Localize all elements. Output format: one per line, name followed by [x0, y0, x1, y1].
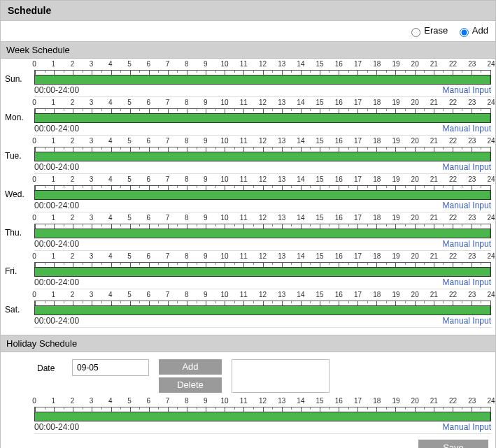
- timeline[interactable]: 0123456789101112131415161718192021222324…: [34, 175, 491, 212]
- active-range[interactable]: [35, 306, 490, 315]
- manual-input-link[interactable]: Manual Input: [443, 85, 491, 95]
- day-label: Tue.: [5, 137, 34, 161]
- day-label: Sun.: [5, 60, 34, 84]
- hour-label: 2: [71, 175, 75, 183]
- mode-selector: Erase Add: [0, 21, 496, 41]
- add-button[interactable]: Add: [159, 359, 222, 375]
- hour-label: 22: [449, 214, 457, 222]
- schedule-track[interactable]: [34, 305, 491, 315]
- hour-label: 20: [411, 99, 419, 106]
- hour-label: 0: [32, 214, 36, 222]
- hour-label: 21: [430, 291, 438, 298]
- hour-label: 24: [487, 99, 495, 106]
- hour-label: 23: [468, 60, 476, 68]
- hour-label: 12: [259, 214, 267, 222]
- hour-label: 16: [335, 252, 343, 260]
- timeline[interactable]: 0123456789101112131415161718192021222324…: [34, 60, 491, 97]
- erase-radio[interactable]: [411, 28, 420, 37]
- hour-label: 18: [373, 252, 381, 260]
- manual-input-link[interactable]: Manual Input: [443, 239, 491, 249]
- hour-label: 22: [449, 175, 457, 183]
- ruler: [34, 224, 491, 229]
- active-range[interactable]: [35, 191, 490, 199]
- hour-label: 11: [240, 252, 248, 260]
- manual-input-link[interactable]: Manual Input: [443, 316, 491, 326]
- timeline[interactable]: 0123456789101112131415161718192021222324…: [34, 137, 491, 174]
- hour-label: 24: [487, 60, 495, 68]
- hour-label: 19: [392, 99, 399, 106]
- hour-label: 20: [411, 175, 419, 183]
- schedule-track[interactable]: [34, 75, 491, 85]
- hour-label: 1: [51, 214, 55, 222]
- ruler: [34, 301, 491, 305]
- timeline[interactable]: 0123456789101112131415161718192021222324…: [34, 252, 491, 289]
- save-button[interactable]: Save: [418, 440, 488, 448]
- add-radio-label[interactable]: Add: [456, 25, 488, 36]
- hour-label: 16: [335, 175, 343, 183]
- hour-label: 1: [51, 137, 55, 145]
- hour-label: 6: [146, 99, 150, 106]
- manual-input-link[interactable]: Manual Input: [443, 162, 491, 172]
- holiday-list[interactable]: [232, 359, 330, 393]
- hour-label: 19: [392, 252, 399, 260]
- hour-label: 14: [297, 60, 304, 68]
- manual-input-link[interactable]: Manual Input: [443, 422, 491, 432]
- timeline[interactable]: 0123456789101112131415161718192021222324…: [34, 99, 491, 136]
- hour-label: 24: [487, 291, 495, 298]
- timeline[interactable]: 0123456789101112131415161718192021222324…: [34, 291, 491, 328]
- active-range[interactable]: [35, 412, 490, 421]
- active-range[interactable]: [35, 75, 490, 84]
- ruler: [34, 185, 491, 190]
- hour-label: 0: [32, 99, 36, 106]
- hour-label: 2: [71, 137, 75, 145]
- schedule-track[interactable]: [34, 229, 491, 238]
- hour-label: 14: [297, 214, 304, 222]
- active-range[interactable]: [35, 229, 490, 238]
- day-label: Mon.: [5, 99, 34, 122]
- active-range[interactable]: [35, 114, 490, 122]
- hour-label: 15: [316, 252, 324, 260]
- erase-radio-label[interactable]: Erase: [408, 25, 451, 36]
- schedule-track[interactable]: [34, 113, 491, 123]
- hour-label: 12: [259, 175, 267, 183]
- hour-label: 23: [468, 291, 476, 298]
- hour-label: 7: [166, 99, 170, 106]
- hour-label: 19: [392, 397, 399, 405]
- delete-button[interactable]: Delete: [159, 377, 222, 393]
- manual-input-link[interactable]: Manual Input: [443, 124, 491, 133]
- active-range[interactable]: [35, 268, 490, 276]
- hour-label: 13: [278, 175, 285, 183]
- timeline[interactable]: 0123456789101112131415161718192021222324…: [34, 397, 491, 434]
- hour-label: 19: [392, 175, 399, 183]
- hour-label: 15: [316, 175, 324, 183]
- hour-label: 7: [166, 291, 170, 298]
- date-input[interactable]: [72, 359, 149, 376]
- hour-labels: 0123456789101112131415161718192021222324: [34, 291, 491, 301]
- hour-label: 18: [373, 99, 381, 106]
- hour-label: 6: [146, 291, 150, 298]
- hour-labels: 0123456789101112131415161718192021222324: [34, 214, 491, 224]
- add-radio[interactable]: [460, 28, 469, 37]
- active-range[interactable]: [35, 152, 490, 161]
- hour-label: 5: [127, 252, 132, 260]
- hour-label: 1: [51, 397, 55, 405]
- hour-label: 9: [204, 99, 208, 106]
- hour-label: 20: [411, 60, 419, 68]
- hour-label: 14: [297, 137, 304, 145]
- hour-label: 21: [430, 137, 438, 145]
- range-text: 00:00-24:00: [34, 277, 79, 287]
- hour-label: 9: [204, 60, 208, 68]
- schedule-track[interactable]: [34, 412, 491, 421]
- week-rows: Sun.012345678910111213141516171819202122…: [0, 59, 496, 328]
- hour-label: 11: [240, 397, 248, 405]
- schedule-track[interactable]: [34, 152, 491, 161]
- manual-input-link[interactable]: Manual Input: [443, 277, 491, 287]
- hour-label: 9: [204, 291, 208, 298]
- hour-label: 13: [278, 252, 285, 260]
- ruler: [34, 407, 491, 412]
- manual-input-link[interactable]: Manual Input: [443, 201, 491, 210]
- schedule-track[interactable]: [34, 190, 491, 200]
- timeline[interactable]: 0123456789101112131415161718192021222324…: [34, 214, 491, 251]
- hour-label: 11: [240, 291, 248, 298]
- schedule-track[interactable]: [34, 267, 491, 277]
